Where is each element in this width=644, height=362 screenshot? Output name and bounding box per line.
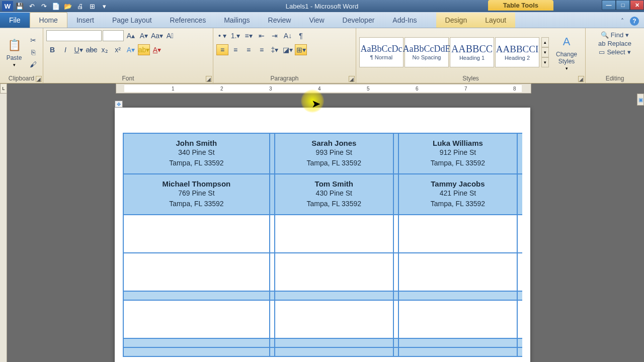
decrease-indent-icon[interactable]: ⇤ (256, 30, 268, 41)
style-heading2[interactable]: AABBCCI Heading 2 (495, 37, 539, 67)
label-city: Tampa, FL 33592 (277, 158, 391, 168)
label-cell[interactable] (123, 300, 270, 338)
multilevel-icon[interactable]: ≡▾ (243, 30, 255, 41)
tab-addins[interactable]: Add-Ins (383, 13, 426, 28)
print-icon[interactable]: 🖨 (74, 1, 86, 11)
numbering-icon[interactable]: 1.▾ (229, 30, 242, 41)
labels-table[interactable]: John Smith 340 Pine St Tampa, FL 33592Sa… (123, 133, 522, 357)
label-cell[interactable] (275, 253, 393, 291)
clipboard-dialog-icon[interactable]: ◢ (36, 76, 42, 82)
label-cell[interactable] (275, 300, 393, 338)
label-cell[interactable] (398, 253, 517, 291)
font-name-input[interactable] (46, 30, 102, 41)
label-cell[interactable]: Tammy Jacobs 421 Pine St Tampa, FL 33592 (398, 174, 517, 215)
close-button[interactable]: ✕ (630, 0, 644, 10)
selection-strip (398, 347, 517, 356)
label-cell[interactable]: Tom Smith 430 Pine St Tampa, FL 33592 (275, 174, 393, 215)
change-case-icon[interactable]: Aa▾ (151, 30, 163, 41)
increase-indent-icon[interactable]: ⇥ (269, 30, 281, 41)
style-more-icon[interactable]: ▾ (541, 57, 549, 67)
document-page[interactable]: ✥ John Smith 340 Pine St Tampa, FL 33592… (115, 108, 530, 362)
label-cell[interactable] (398, 215, 517, 253)
tab-mailings[interactable]: Mailings (215, 13, 259, 28)
line-spacing-icon[interactable]: ‡▾ (269, 44, 281, 55)
style-normal[interactable]: AaBbCcDc ¶ Normal (359, 37, 404, 67)
tab-selector[interactable]: L (0, 83, 7, 94)
borders-icon[interactable]: ⊞▾ (295, 44, 307, 55)
paragraph-dialog-icon[interactable]: ◢ (349, 76, 355, 82)
label-cell[interactable] (398, 300, 517, 338)
underline-button[interactable]: U▾ (72, 44, 85, 55)
justify-button[interactable]: ≡ (256, 44, 268, 55)
italic-button[interactable]: I (59, 44, 71, 55)
tab-file[interactable]: File (0, 13, 30, 28)
label-cell[interactable] (123, 215, 270, 253)
sort-icon[interactable]: A↓ (282, 30, 294, 41)
minimize-button[interactable]: — (602, 0, 616, 10)
tab-developer[interactable]: Developer (334, 13, 384, 28)
strikethrough-button[interactable]: abc (86, 44, 98, 55)
highlight-icon[interactable]: ab▾ (138, 44, 150, 55)
copy-icon[interactable]: ⎘ (27, 47, 39, 58)
tab-view[interactable]: View (300, 13, 333, 28)
maximize-button[interactable]: □ (616, 0, 630, 10)
undo-icon[interactable]: ↶ (26, 1, 37, 11)
label-street: 912 Pine St (401, 147, 515, 158)
bullets-icon[interactable]: • ▾ (216, 30, 228, 41)
clear-formatting-icon[interactable]: A⃠ (164, 30, 176, 41)
style-no-spacing[interactable]: AaBbCcDdE No Spacing (405, 37, 449, 67)
tab-references[interactable]: References (161, 13, 215, 28)
label-cell[interactable]: John Smith 340 Pine St Tampa, FL 33592 (123, 133, 270, 174)
vertical-ruler[interactable]: L (0, 94, 7, 362)
label-gap (517, 133, 522, 174)
find-button[interactable]: 🔍Find ▾ (601, 31, 629, 39)
collapse-ribbon-icon[interactable]: ˄ (621, 18, 624, 25)
tab-review[interactable]: Review (259, 13, 300, 28)
style-up-icon[interactable]: ▴ (541, 37, 549, 47)
save-icon[interactable]: 💾 (14, 1, 25, 11)
font-color-icon[interactable]: A▾ (151, 44, 163, 55)
shading-icon[interactable]: ◪▾ (282, 44, 294, 55)
new-doc-icon[interactable]: 📄 (50, 1, 61, 11)
tab-design[interactable]: Design (436, 13, 476, 28)
cut-icon[interactable]: ✂ (27, 35, 39, 46)
ruler-toggle-icon[interactable]: ▣ (637, 94, 644, 106)
format-painter-icon[interactable]: 🖌 (27, 59, 39, 70)
select-button[interactable]: ▭Select ▾ (599, 48, 630, 56)
align-center-button[interactable]: ≡ (229, 44, 242, 55)
tab-insert[interactable]: Insert (67, 13, 103, 28)
label-cell[interactable]: Michael Thompson 769 Pine St Tampa, FL 3… (123, 174, 270, 215)
font-size-input[interactable] (103, 30, 124, 41)
styles-dialog-icon[interactable]: ◢ (578, 76, 584, 82)
tab-page-layout[interactable]: Page Layout (103, 13, 161, 28)
tab-home[interactable]: Home (30, 12, 67, 28)
label-cell[interactable] (123, 253, 270, 291)
table-move-handle[interactable]: ✥ (115, 101, 123, 108)
help-icon[interactable]: ? (630, 17, 639, 26)
tab-layout[interactable]: Layout (476, 13, 515, 28)
style-down-icon[interactable]: ▾ (541, 47, 549, 57)
label-name: Tammy Jacobs (401, 179, 515, 188)
superscript-button[interactable]: x² (112, 44, 124, 55)
change-styles-button[interactable]: A Change Styles ▾ (551, 33, 582, 72)
align-left-button[interactable]: ≡ (216, 44, 228, 55)
font-dialog-icon[interactable]: ◢ (206, 76, 212, 82)
subscript-button[interactable]: x₂ (99, 44, 111, 55)
redo-icon[interactable]: ↷ (38, 1, 49, 11)
show-marks-icon[interactable]: ¶ (295, 30, 307, 41)
qat-more-icon[interactable]: ▾ (99, 1, 110, 11)
label-cell[interactable]: Luka Williams 912 Pine St Tampa, FL 3359… (398, 133, 517, 174)
bold-button[interactable]: B (46, 44, 58, 55)
grow-font-icon[interactable]: A▴ (125, 30, 137, 41)
label-cell[interactable] (275, 215, 393, 253)
paste-button[interactable]: 📋 Paste ▾ (3, 36, 25, 68)
text-effects-icon[interactable]: A▾ (125, 44, 137, 55)
horizontal-ruler[interactable]: 1 2 3 4 5 6 7 8 (116, 83, 531, 94)
replace-button[interactable]: abReplace (598, 40, 631, 47)
style-heading1[interactable]: AABBCC Heading 1 (450, 37, 494, 67)
align-right-button[interactable]: ≡ (243, 44, 255, 55)
label-cell[interactable]: Sarah Jones 993 Pine St Tampa, FL 33592 (275, 133, 393, 174)
open-icon[interactable]: 📂 (62, 1, 73, 11)
table-icon[interactable]: ⊞ (87, 1, 98, 11)
shrink-font-icon[interactable]: A▾ (138, 30, 150, 41)
